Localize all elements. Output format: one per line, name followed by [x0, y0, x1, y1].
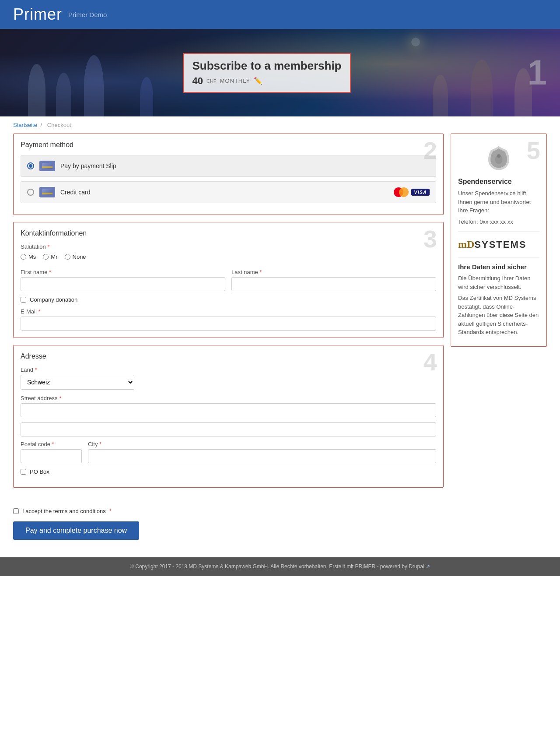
postal-city-row: Postal code * City *: [21, 441, 436, 463]
hero-period: MONTHLY: [220, 77, 251, 84]
contact-step: 3: [424, 227, 437, 251]
payment-option-card[interactable]: Credit card VISA: [21, 181, 436, 203]
city-input[interactable]: [88, 449, 436, 463]
bottom-section: I accept the terms and conditions * Pay …: [0, 508, 560, 549]
service-phone: Telefon: 0xx xxx xx xx: [458, 218, 539, 226]
drupal-link[interactable]: ↗: [426, 563, 430, 570]
security-title: Ihre Daten sind sicher: [458, 263, 539, 271]
po-box-label: PO Box: [30, 468, 49, 475]
hero-meta: 40 CHF MONTHLY ✏️: [192, 75, 342, 87]
service-text: Unser Spendenservice hilft Ihnen gerne u…: [458, 189, 539, 215]
breadcrumb: Startseite / Checkout: [0, 116, 560, 134]
payment-title: Payment method: [21, 141, 436, 149]
site-title: Primer: [13, 5, 62, 24]
last-name-input[interactable]: [231, 277, 436, 291]
payment-option-slip[interactable]: Pay by payment Slip: [21, 155, 436, 177]
svg-point-1: [497, 154, 501, 158]
terms-checkbox[interactable]: [13, 508, 19, 514]
security-text-1: Die Übermittlung Ihrer Daten wird sicher…: [458, 274, 539, 291]
payment-step: 2: [424, 138, 437, 163]
drupal-icon: [486, 145, 512, 172]
hero-step: 1: [528, 53, 547, 93]
contact-section: Kontaktinformationen 3 Salutation * Ms M…: [13, 222, 444, 338]
card-label: Credit card: [60, 189, 388, 196]
edit-icon[interactable]: ✏️: [254, 77, 262, 85]
salutation-ms-radio[interactable]: [21, 254, 26, 260]
card-logos: VISA: [394, 187, 430, 197]
sidebar-step: 5: [527, 138, 540, 163]
address-title: Adresse: [21, 352, 436, 360]
salutation-mr-radio[interactable]: [43, 254, 49, 260]
hero-section: Subscribe to a membership 40 CHF MONTHLY…: [0, 29, 560, 116]
terms-required: *: [109, 508, 112, 514]
slip-radio[interactable]: [27, 162, 34, 169]
md-logo-text: mD: [458, 239, 474, 250]
po-box-row: PO Box: [21, 468, 436, 475]
hero-currency: CHF: [206, 78, 217, 84]
street-input-1[interactable]: [21, 403, 436, 417]
salutation-ms[interactable]: Ms: [21, 253, 36, 260]
email-label: E-Mail *: [21, 308, 436, 315]
payment-section: Payment method 2 Pay by payment Slip Cre…: [13, 134, 444, 215]
po-box-checkbox[interactable]: [21, 469, 26, 475]
street-group: Street address *: [21, 395, 436, 436]
salutation-label: Salutation *: [21, 243, 436, 250]
card-radio[interactable]: [27, 189, 34, 196]
hero-amount: 40: [192, 75, 203, 87]
hero-card: Subscribe to a membership 40 CHF MONTHLY…: [183, 53, 351, 93]
salutation-mr[interactable]: Mr: [43, 253, 57, 260]
page-header: Primer Primer Demo: [0, 0, 560, 29]
credit-card-icon: [39, 187, 55, 197]
visa-logo: VISA: [411, 189, 430, 196]
last-name-label: Last name *: [231, 269, 436, 275]
breadcrumb-current: Checkout: [47, 122, 71, 128]
breadcrumb-separator: /: [41, 122, 42, 128]
security-text-2: Das Zertifikat von MD Systems bestätigt,…: [458, 294, 539, 337]
submit-button[interactable]: Pay and complete purchase now: [13, 521, 139, 540]
site-subtitle: Primer Demo: [68, 11, 107, 18]
email-group: E-Mail *: [21, 308, 436, 331]
first-name-group: First name *: [21, 269, 225, 291]
mastercard-logo: [394, 187, 409, 197]
address-step: 4: [424, 350, 437, 374]
divider-1: [458, 231, 539, 232]
postal-input[interactable]: [21, 449, 82, 463]
name-row: First name * Last name *: [21, 269, 436, 291]
company-donation-row: Company donation: [21, 296, 436, 303]
service-title: Spendenservice: [458, 178, 539, 186]
left-column: Payment method 2 Pay by payment Slip Cre…: [13, 134, 444, 495]
page-footer: © Copyright 2017 - 2018 MD Systems & Kam…: [0, 557, 560, 576]
slip-label: Pay by payment Slip: [60, 162, 430, 169]
country-group: Land * Schweiz: [21, 366, 436, 390]
email-input[interactable]: [21, 317, 436, 331]
terms-label: I accept the terms and conditions: [22, 508, 106, 514]
postal-label: Postal code *: [21, 441, 82, 447]
postal-group: Postal code *: [21, 441, 82, 463]
salutation-none[interactable]: None: [65, 253, 86, 260]
city-label: City *: [88, 441, 436, 447]
sidebar-card: 5 Spendenservice Unser Spendenservice hi…: [451, 134, 547, 347]
last-name-group: Last name *: [231, 269, 436, 291]
terms-row: I accept the terms and conditions *: [13, 508, 547, 514]
main-layout: Payment method 2 Pay by payment Slip Cre…: [0, 134, 560, 508]
salutation-row: Ms Mr None: [21, 253, 436, 260]
first-name-label: First name *: [21, 269, 225, 275]
country-label: Land *: [21, 366, 436, 373]
country-select[interactable]: Schweiz: [21, 375, 134, 390]
contact-title: Kontaktinformationen: [21, 229, 436, 237]
street-input-2[interactable]: [21, 422, 436, 436]
md-systems-logo: mD SYSTEMS: [458, 239, 539, 250]
hero-title: Subscribe to a membership: [192, 59, 342, 73]
systems-logo-text: SYSTEMS: [474, 239, 526, 250]
salutation-none-radio[interactable]: [65, 254, 70, 260]
city-group: City *: [88, 441, 436, 463]
right-column: 5 Spendenservice Unser Spendenservice hi…: [451, 134, 547, 495]
street-label: Street address *: [21, 395, 436, 401]
address-section: Adresse 4 Land * Schweiz Street address …: [13, 345, 444, 488]
first-name-input[interactable]: [21, 277, 225, 291]
footer-text: © Copyright 2017 - 2018 MD Systems & Kam…: [130, 563, 424, 570]
company-donation-checkbox[interactable]: [21, 297, 26, 303]
company-donation-label: Company donation: [30, 296, 77, 303]
breadcrumb-home[interactable]: Startseite: [13, 122, 37, 128]
divider-2: [458, 257, 539, 258]
